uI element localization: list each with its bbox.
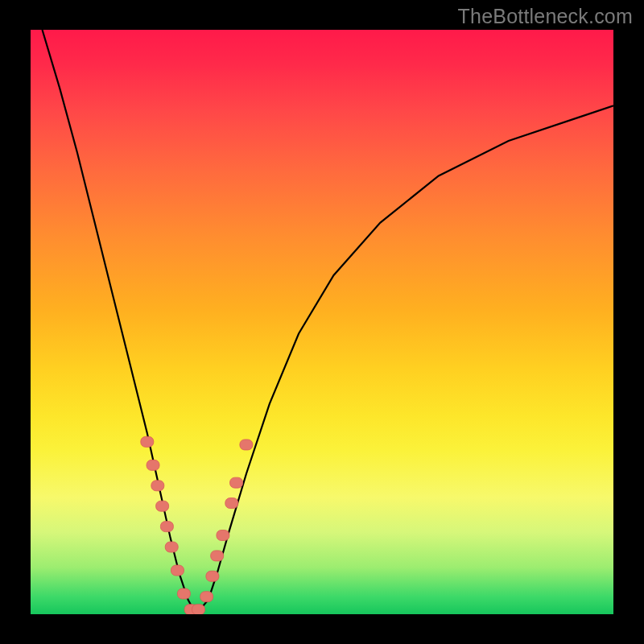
data-marker bbox=[165, 542, 178, 552]
watermark-text: TheBottleneck.com bbox=[458, 5, 633, 28]
data-marker bbox=[141, 436, 154, 447]
chart-frame: TheBottleneck.com bbox=[0, 0, 644, 644]
data-marker bbox=[217, 530, 229, 540]
data-marker bbox=[225, 498, 238, 509]
chart-svg bbox=[31, 30, 613, 614]
data-marker bbox=[171, 565, 184, 576]
data-marker bbox=[147, 460, 159, 470]
plot-area bbox=[31, 30, 613, 614]
data-marker bbox=[177, 588, 190, 599]
data-marker bbox=[160, 522, 173, 532]
data-marker bbox=[200, 592, 213, 602]
data-marker bbox=[211, 551, 224, 561]
data-marker bbox=[151, 481, 164, 491]
bottleneck-curve bbox=[42, 30, 613, 610]
data-marker bbox=[192, 605, 205, 614]
data-marker bbox=[240, 440, 253, 450]
marker-group bbox=[141, 436, 253, 614]
data-marker bbox=[230, 477, 243, 488]
data-marker bbox=[156, 501, 169, 511]
data-marker bbox=[206, 571, 219, 581]
